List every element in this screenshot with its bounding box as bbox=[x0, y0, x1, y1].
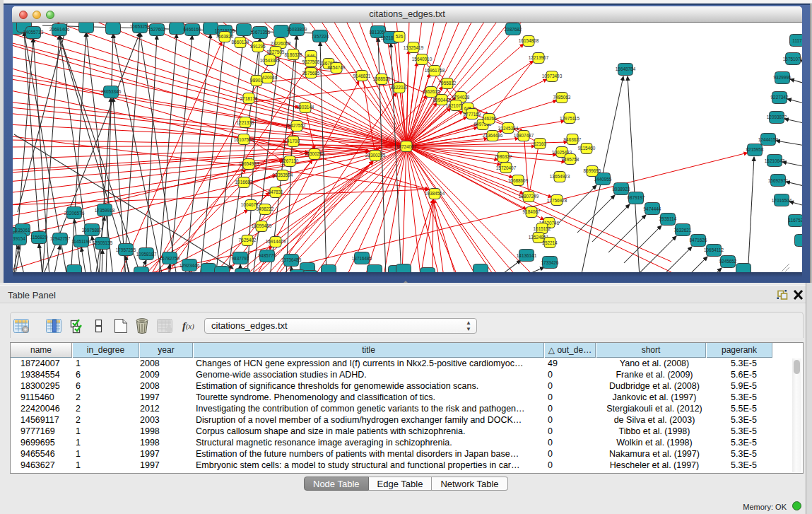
svg-text:23300295: 23300295 bbox=[365, 153, 386, 158]
svg-text:16033809: 16033809 bbox=[287, 27, 307, 32]
svg-text:9115460: 9115460 bbox=[578, 146, 596, 151]
svg-text:14136141: 14136141 bbox=[517, 253, 537, 258]
svg-text:12213967: 12213967 bbox=[529, 55, 549, 60]
svg-text:6466160: 6466160 bbox=[184, 27, 201, 32]
svg-text:9146821: 9146821 bbox=[353, 74, 371, 78]
svg-text:10688609: 10688609 bbox=[508, 178, 529, 183]
svg-text:9485779: 9485779 bbox=[259, 253, 276, 258]
svg-text:1733426: 1733426 bbox=[541, 260, 559, 265]
svg-text:1221338: 1221338 bbox=[237, 120, 254, 125]
svg-text:847831: 847831 bbox=[268, 189, 283, 194]
svg-text:62160: 62160 bbox=[534, 141, 546, 146]
svg-text:526: 526 bbox=[396, 34, 404, 39]
svg-text:8215958: 8215958 bbox=[746, 147, 764, 152]
svg-text:13716485: 13716485 bbox=[352, 256, 372, 261]
svg-text:10654112: 10654112 bbox=[704, 247, 724, 252]
svg-text:8471626: 8471626 bbox=[690, 238, 707, 243]
svg-text:8990443: 8990443 bbox=[433, 98, 451, 103]
svg-text:11451194: 11451194 bbox=[71, 239, 91, 244]
svg-text:7625402: 7625402 bbox=[239, 238, 257, 243]
svg-text:9777169: 9777169 bbox=[464, 112, 481, 117]
svg-text:16099489: 16099489 bbox=[252, 223, 272, 228]
svg-text:8322037: 8322037 bbox=[391, 85, 408, 90]
svg-text:17359918: 17359918 bbox=[95, 208, 115, 213]
svg-text:9327505: 9327505 bbox=[267, 49, 285, 54]
svg-text:9463627: 9463627 bbox=[564, 137, 582, 142]
svg-text:8454749: 8454749 bbox=[328, 65, 346, 70]
svg-text:13654923: 13654923 bbox=[550, 174, 570, 179]
svg-text:1117: 1117 bbox=[792, 38, 802, 43]
svg-text:28053346: 28053346 bbox=[101, 89, 122, 94]
svg-text:21364436: 21364436 bbox=[483, 133, 503, 138]
svg-text:7986322: 7986322 bbox=[495, 154, 512, 159]
svg-text:17957255: 17957255 bbox=[116, 247, 136, 252]
svg-text:14055713: 14055713 bbox=[23, 30, 44, 35]
svg-text:9184067: 9184067 bbox=[523, 209, 541, 214]
svg-text:12975115: 12975115 bbox=[560, 116, 579, 121]
svg-text:18724007: 18724007 bbox=[396, 144, 417, 149]
svg-text:9227342: 9227342 bbox=[771, 95, 789, 100]
svg-text:16914479: 16914479 bbox=[266, 239, 286, 244]
svg-text:9474444: 9474444 bbox=[644, 206, 661, 211]
svg-text:9329996: 9329996 bbox=[774, 75, 792, 80]
svg-text:25300295: 25300295 bbox=[305, 151, 325, 156]
svg-text:1527602: 1527602 bbox=[148, 27, 166, 32]
svg-text:9495758: 9495758 bbox=[562, 157, 579, 162]
svg-text:19384554: 19384554 bbox=[425, 191, 445, 196]
svg-text:7485063: 7485063 bbox=[553, 95, 571, 100]
svg-text:16961758: 16961758 bbox=[425, 68, 445, 73]
svg-text:39154: 39154 bbox=[13, 236, 25, 241]
svg-text:12923446: 12923446 bbox=[180, 263, 200, 268]
svg-text:2718176: 2718176 bbox=[240, 96, 258, 101]
svg-text:3675685: 3675685 bbox=[302, 71, 320, 76]
svg-text:18807249: 18807249 bbox=[519, 194, 539, 199]
svg-text:12093872: 12093872 bbox=[767, 115, 787, 119]
svg-text:116753: 116753 bbox=[789, 218, 802, 223]
svg-text:16107554: 16107554 bbox=[234, 137, 254, 142]
svg-text:(x): (x) bbox=[186, 322, 194, 331]
svg-text:3267130: 3267130 bbox=[281, 158, 299, 163]
svg-text:15720407: 15720407 bbox=[496, 165, 517, 170]
svg-text:8660124: 8660124 bbox=[232, 40, 249, 45]
svg-text:2087682: 2087682 bbox=[505, 27, 522, 32]
svg-text:1615152: 1615152 bbox=[534, 226, 551, 231]
svg-text:16154808: 16154808 bbox=[519, 38, 539, 43]
svg-text:8699695: 8699695 bbox=[584, 168, 601, 173]
svg-text:2803144: 2803144 bbox=[297, 105, 314, 110]
svg-text:3498222: 3498222 bbox=[257, 206, 274, 211]
svg-text:10671355: 10671355 bbox=[250, 30, 271, 35]
svg-text:252214: 252214 bbox=[542, 240, 558, 245]
svg-text:10543382: 10543382 bbox=[260, 58, 281, 63]
svg-text:10973493: 10973493 bbox=[542, 74, 563, 78]
svg-text:891295: 891295 bbox=[250, 44, 266, 49]
svg-text:17756928: 17756928 bbox=[547, 198, 567, 203]
svg-text:12505135: 12505135 bbox=[93, 240, 113, 245]
svg-text:6879197: 6879197 bbox=[628, 195, 645, 200]
svg-text:12942757: 12942757 bbox=[50, 236, 71, 241]
svg-text:7357224: 7357224 bbox=[312, 34, 329, 39]
svg-text:98901: 98901 bbox=[250, 78, 263, 83]
svg-text:9245652: 9245652 bbox=[719, 259, 737, 264]
svg-text:8186328: 8186328 bbox=[285, 52, 302, 57]
svg-text:13736485: 13736485 bbox=[281, 257, 302, 262]
svg-text:20691406: 20691406 bbox=[49, 27, 70, 32]
svg-text:835061: 835061 bbox=[15, 228, 30, 233]
svg-text:15751074: 15751074 bbox=[783, 57, 802, 62]
svg-text:7632621: 7632621 bbox=[674, 228, 692, 233]
svg-text:13353594: 13353594 bbox=[273, 173, 293, 177]
svg-text:746266: 746266 bbox=[481, 116, 497, 121]
svg-text:1916682: 1916682 bbox=[235, 180, 253, 185]
svg-text:15692971: 15692971 bbox=[768, 178, 789, 183]
svg-text:9327508: 9327508 bbox=[302, 59, 320, 64]
svg-text:1440955: 1440955 bbox=[594, 177, 612, 182]
svg-text:6794028: 6794028 bbox=[452, 95, 470, 100]
svg-text:31245334: 31245334 bbox=[498, 126, 519, 131]
svg-text:17016504: 17016504 bbox=[772, 198, 792, 203]
svg-text:23226058: 23226058 bbox=[271, 41, 291, 46]
svg-text:10958187: 10958187 bbox=[136, 252, 157, 257]
svg-text:20206576: 20206576 bbox=[64, 211, 85, 216]
svg-text:8938923: 8938923 bbox=[613, 187, 630, 192]
svg-text:1362615: 1362615 bbox=[423, 89, 440, 94]
svg-text:16782759: 16782759 bbox=[160, 256, 180, 261]
svg-text:9837791: 9837791 bbox=[232, 256, 249, 261]
